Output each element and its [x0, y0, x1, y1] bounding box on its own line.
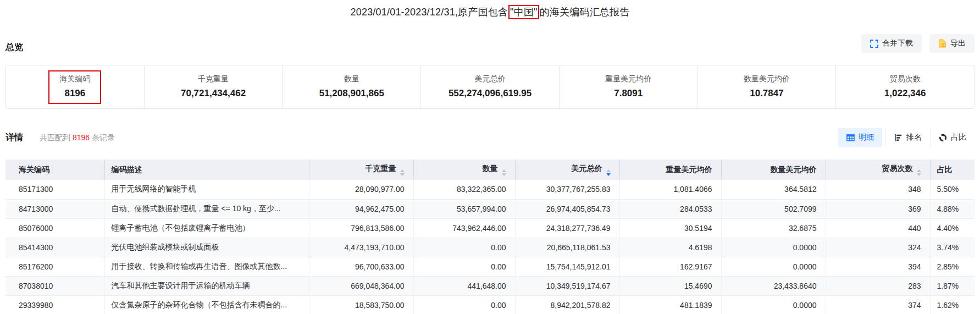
- column-header-weight-kg[interactable]: 千克重量: [309, 159, 413, 180]
- view-toggle-ranking-label: 排名: [906, 133, 922, 142]
- column-header-label: 数量美元均价: [771, 165, 817, 174]
- stat-value: 8196: [59, 88, 90, 99]
- column-header-label: 贸易次数: [882, 164, 913, 173]
- stat-label: 数量: [319, 74, 384, 84]
- column-header-quantity[interactable]: 数量: [413, 159, 515, 180]
- table-row: 85171300用于无线网络的智能手机28,090,977.0083,322,3…: [5, 180, 975, 199]
- cell-share: 4.88%: [930, 199, 975, 218]
- export-label: 导出: [950, 38, 966, 48]
- column-header-label: 编码描述: [112, 165, 142, 174]
- view-toggle-ranking[interactable]: 排名: [885, 128, 930, 147]
- stat-inner: 数量51,208,901,865: [309, 71, 394, 103]
- stat-inner: 数量美元均价10.7847: [734, 71, 800, 103]
- stat-value: 10.7847: [744, 88, 790, 99]
- sort-arrows-icon[interactable]: [917, 169, 921, 176]
- column-header-label: 数量: [483, 164, 498, 173]
- cell-description: 锂离子蓄电池（不包括废锂离子蓄电池）: [104, 218, 309, 238]
- column-header-label: 海关编码: [19, 165, 49, 174]
- column-header-label: 重量美元均价: [666, 165, 712, 174]
- table-body: 85171300用于无线网络的智能手机28,090,977.0083,322,3…: [5, 180, 975, 314]
- column-header-trade-count[interactable]: 贸易次数: [826, 159, 930, 180]
- cell-code: 85171300: [5, 180, 104, 199]
- stat-value: 51,208,901,865: [319, 88, 384, 99]
- stat-hs-code: 海关编码8196: [6, 65, 144, 108]
- overview-stats-card: 海关编码8196千克重量70,721,434,462数量51,208,901,8…: [5, 65, 975, 109]
- cell-quantity: 0.00: [413, 238, 515, 257]
- stat-quantity: 数量51,208,901,865: [282, 65, 420, 108]
- merge-download-button[interactable]: 合并下载: [861, 34, 922, 53]
- cell-trade-count: 369: [826, 199, 930, 218]
- cell-weight-kg: 18,583,750.00: [309, 295, 413, 314]
- stat-inner: 美元总价552,274,096,619.95: [439, 71, 541, 103]
- cell-trade-count: 324: [826, 238, 930, 257]
- match-count: 8196: [73, 133, 90, 142]
- cell-weight-kg: 94,962,475.00: [309, 199, 413, 218]
- table-row: 87038010汽车和其他主要设计用于运输的机动车辆669,048,364.00…: [5, 276, 975, 295]
- stat-value: 1,022,346: [884, 88, 926, 99]
- cell-share: 1.62%: [930, 295, 975, 314]
- cell-trade-count: 394: [826, 257, 930, 276]
- title-suffix: 的海关编码汇总报告: [540, 7, 630, 18]
- cell-description: 用于接收、转换和传输或再生语音、图像或其他数...: [104, 257, 309, 276]
- stat-value: 552,274,096,619.95: [449, 88, 531, 99]
- match-suffix: 条记录: [92, 133, 115, 142]
- cell-usd-total: 15,754,145,912.01: [515, 257, 619, 276]
- cell-trade-count: 440: [826, 218, 930, 238]
- stat-label: 海关编码: [59, 74, 90, 84]
- cell-usd-per-qty: 32.6875: [721, 218, 826, 238]
- merge-download-label: 合并下载: [882, 38, 913, 48]
- column-header-code: 海关编码: [5, 159, 104, 180]
- detail-heading: 详情: [5, 132, 23, 144]
- cell-description: 用于无线网络的智能手机: [104, 180, 309, 199]
- toolbar: 合并下载 导出: [861, 34, 975, 53]
- column-header-usd-total[interactable]: 美元总价: [515, 159, 619, 180]
- stat-inner: 千克重量70,721,434,462: [171, 71, 256, 103]
- cell-usd-total: 20,665,118,061.53: [515, 238, 619, 257]
- title-highlight-annotation-box: "中国": [508, 5, 539, 19]
- cell-usd-per-qty: 502.7099: [721, 199, 826, 218]
- table-icon: [846, 134, 855, 142]
- column-header-usd-per-qty: 数量美元均价: [721, 159, 826, 180]
- customs-report-page: 2023/01/01-2023/12/31,原产国包含"中国"的海关编码汇总报告…: [0, 0, 980, 314]
- stat-label: 美元总价: [449, 74, 531, 84]
- table-header: 海关编码编码描述千克重量数量美元总价重量美元均价数量美元均价贸易次数占比: [5, 159, 975, 180]
- cell-code: 85414300: [5, 238, 104, 257]
- sort-arrows-icon[interactable]: [606, 169, 611, 176]
- cell-trade-count: 374: [826, 295, 930, 314]
- stat-value: 70,721,434,462: [181, 88, 246, 99]
- cell-description: 光伏电池组装成模块或制成面板: [104, 238, 309, 257]
- table-row: 85176200用于接收、转换和传输或再生语音、图像或其他数...96,700,…: [5, 257, 975, 276]
- title-prefix: 2023/01/01-2023/12/31,原产国包含: [351, 7, 508, 18]
- cell-quantity: 743,962,446.00: [413, 218, 515, 238]
- hs-code-table: 海关编码编码描述千克重量数量美元总价重量美元均价数量美元均价贸易次数占比 851…: [5, 159, 975, 314]
- stat-weight-kg: 千克重量70,721,434,462: [144, 65, 283, 108]
- stat-value: 7.8091: [605, 88, 651, 99]
- cell-weight-kg: 28,090,977.00: [309, 180, 413, 199]
- stat-inner: 贸易次数1,022,346: [874, 71, 936, 103]
- view-toggle-detail[interactable]: 明细: [838, 128, 882, 147]
- cell-usd-per-qty: 0.0000: [721, 238, 826, 257]
- sort-arrows-icon[interactable]: [400, 169, 405, 176]
- cell-quantity: 441,648.00: [413, 276, 515, 295]
- cell-description: 仅含氮杂原子的杂环化合物（不包括含有未稠合的...: [104, 295, 309, 314]
- cell-usd-total: 10,349,519,174.67: [515, 276, 619, 295]
- ranking-bars-icon: [894, 134, 903, 142]
- cell-weight-kg: 669,048,364.00: [309, 276, 413, 295]
- cell-usd-per-kg: 284.0533: [619, 199, 721, 218]
- stat-trade-count: 贸易次数1,022,346: [835, 65, 974, 108]
- sort-arrows-icon[interactable]: [502, 169, 506, 176]
- cell-weight-kg: 96,700,633.00: [309, 257, 413, 276]
- match-prefix: 共匹配到: [40, 133, 70, 142]
- export-file-icon: [938, 39, 946, 48]
- export-button[interactable]: 导出: [929, 34, 975, 53]
- view-toggle-share[interactable]: 占比: [930, 128, 975, 147]
- stat-usd-per-qty: 数量美元均价10.7847: [697, 65, 836, 108]
- table-row: 85414300光伏电池组装成模块或制成面板4,473,193,710.000.…: [5, 238, 975, 257]
- cell-usd-per-kg: 481.1839: [619, 295, 721, 314]
- cell-usd-per-kg: 1,081.4066: [619, 180, 721, 199]
- column-header-label: 美元总价: [572, 164, 602, 173]
- cell-code: 84713000: [5, 199, 104, 218]
- cell-share: 4.40%: [930, 218, 975, 238]
- cell-usd-per-kg: 162.9167: [619, 257, 721, 276]
- overview-heading: 总览: [5, 42, 23, 53]
